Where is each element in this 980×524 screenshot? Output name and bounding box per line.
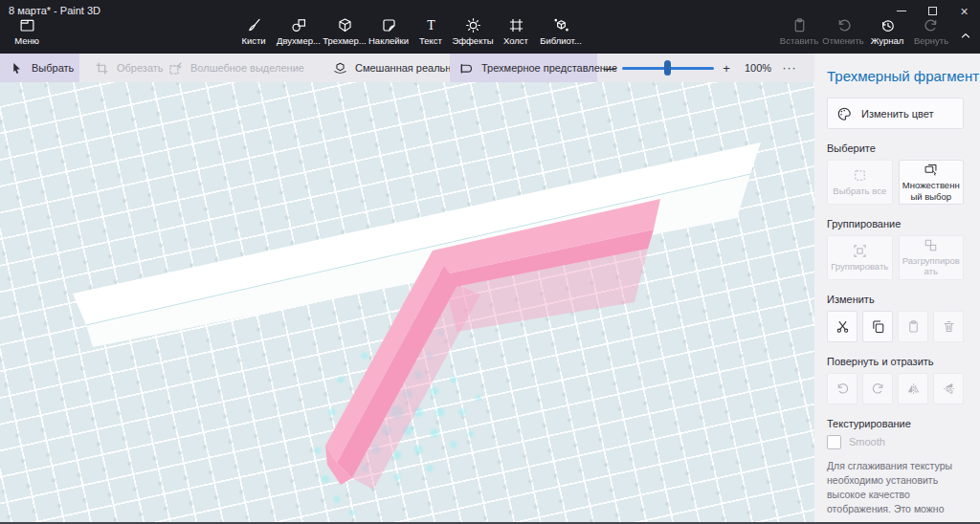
rotate-cw-icon [871,382,885,396]
menubar-item-brushes[interactable]: Кисти [233,17,275,46]
canvas-objects [0,82,814,522]
tool-ribbon: Выбрать Обрезать Волшебное выделение Сме… [0,54,814,82]
text-icon: T [423,17,439,33]
zoom-slider-thumb[interactable] [664,60,671,76]
palette-icon [836,106,852,121]
paste-button: Вставить [777,17,821,46]
panel-title: Трехмерный фрагмент [827,68,964,84]
menubar-item-label: Холст [503,36,528,46]
canvas-icon [508,17,524,33]
maximize-icon [928,7,937,15]
crop-tool-label: Обрезать [117,62,164,74]
cut-button[interactable] [827,311,858,342]
rotate-section-heading: Повернуть и отразить [827,356,964,367]
ungroup-icon [924,238,938,252]
group-button: Группировать [827,235,893,280]
magic-select-button: Волшебное выделение [159,54,314,82]
menubar-item-label: Двухмер... [277,36,321,46]
stickers-icon [381,17,397,33]
change-color-button[interactable]: Изменить цвет [827,98,964,129]
menu-label: Меню [14,36,39,46]
group-label: Группировать [831,261,888,272]
menubar-item-canvas[interactable]: Холст [495,17,537,46]
close-icon: × [960,5,968,18]
ungroup-button: Разгруппировать [899,235,965,280]
grouping-section-heading: Группирование [827,218,964,229]
zoom-controls: — + 100% ··· [597,54,802,82]
menubar-item-label: Библиот... [540,36,582,46]
svg-text:T: T [427,18,435,33]
paste-label: Вставить [780,36,818,46]
chevron-up-icon [959,29,972,42]
view-3d-button[interactable]: Трехмерное представление [450,54,597,82]
menu-icon [19,17,35,33]
delete-button [933,311,964,342]
cursor-icon [10,61,24,76]
copy-button[interactable] [862,311,893,342]
menubar-item-stickers[interactable]: Наклейки [367,17,411,46]
redo-label: Вернуть [914,36,948,46]
change-color-label: Изменить цвет [861,108,934,120]
scissors-icon [835,319,850,334]
3d-shapes-icon [337,17,353,33]
magic-select-label: Волшебное выделение [190,62,304,74]
menubar-tools: Кисти Двухмер... Трехмер... Наклейки T Т… [233,17,585,46]
collapse-ribbon-button[interactable] [954,24,977,47]
menubar-item-label: Текст [419,36,442,46]
texture-note: Для сглаживания текстуры необходимо уста… [827,459,964,524]
history-label: Журнал [871,36,904,46]
rotate-ccw-icon [835,382,850,396]
menubar-item-label: Кисти [241,36,265,46]
flip-vertical-button [933,373,964,404]
flip-horizontal-icon [906,382,921,396]
brush-icon [246,17,262,33]
copy-icon [871,319,885,334]
trash-icon [942,319,956,334]
magic-select-icon [168,61,183,76]
redo-icon [924,17,940,33]
smooth-checkbox[interactable] [827,435,841,449]
history-icon [880,17,896,33]
undo-label: Отменить [822,36,863,46]
minimize-icon [897,11,906,11]
menubar-item-2d-shapes[interactable]: Двухмер... [275,17,323,46]
paste-panel-button [898,311,928,342]
view-3d-icon [459,61,474,76]
menubar-item-label: Эффекты [452,36,493,46]
select-tool-label: Выбрать [32,62,74,74]
select-tool-button[interactable]: Выбрать [0,54,79,82]
select-all-button: Выбрать все [827,160,893,205]
menubar-item-label: Трехмер... [323,36,366,46]
history-button[interactable]: Журнал [865,17,909,46]
canvas-3d-viewport[interactable] [0,82,814,522]
crop-icon [95,61,109,76]
zoom-out-button[interactable]: — [597,61,622,76]
zoom-more-button[interactable]: ··· [777,61,802,75]
menubar-item-text[interactable]: T Текст [411,17,451,46]
edit-section-heading: Изменить [827,294,964,305]
context-panel-3d-fragment: Трехмерный фрагмент Изменить цвет Выбери… [814,54,980,522]
group-icon [853,244,867,258]
paste-icon [906,319,921,334]
redo-button: Вернуть [909,17,953,46]
effects-icon [465,17,481,33]
rotate-cw-button [862,373,893,404]
undo-icon [835,17,852,33]
zoom-in-button[interactable]: + [714,61,739,76]
menubar-item-library[interactable]: Библиот... [537,17,585,46]
select-all-icon [853,168,867,183]
menubar-item-label: Наклейки [368,36,409,46]
menubar-item-3d-shapes[interactable]: Трехмер... [323,17,367,46]
library-icon [553,17,569,33]
app-header: 8 марта* - Paint 3D × Меню Кисти Двухмер… [0,0,980,54]
menu-button[interactable]: Меню [8,17,46,46]
rotate-ccw-button [827,373,858,404]
menubar-actions: Вставить Отменить Журнал Вернуть [777,17,953,46]
menubar-item-effects[interactable]: Эффекты [451,17,495,46]
zoom-slider[interactable] [622,54,714,82]
multi-select-button[interactable]: Множественный выбор [899,160,965,205]
texture-section-heading: Текстурирование [827,418,964,429]
flip-vertical-icon [942,382,956,396]
flip-horizontal-button [898,373,928,404]
smooth-checkbox-label: Smooth [849,436,885,448]
